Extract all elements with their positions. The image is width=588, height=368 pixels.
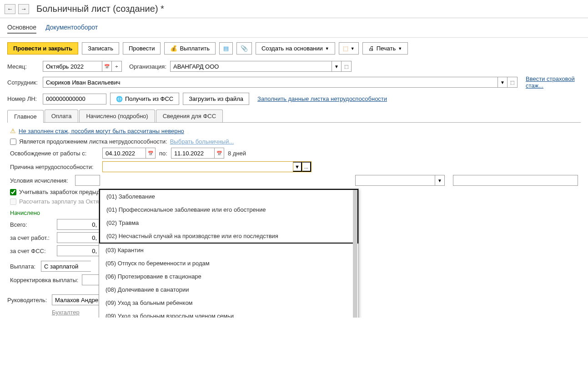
load-file-button[interactable]: Загрузить из файла [183,93,249,105]
date-to-input[interactable] [171,148,214,159]
tab-payment[interactable]: Оплата [45,109,79,122]
get-fss-button[interactable]: 🌐Получить из ФСС [110,93,179,105]
continuation-checkbox[interactable] [10,139,16,145]
date-from-input[interactable] [102,148,146,159]
release-label: Освобождение от работы с: [10,150,99,157]
dropdown-item[interactable]: (02) Несчастный случай на производстве и… [100,229,357,243]
dropdown-scrollbar[interactable] [353,190,357,318]
pay-button[interactable]: 💰Выплатить [164,42,216,55]
print-button[interactable]: 🖨 Печать ▼ [362,42,408,55]
employee-dropdown-button[interactable]: ▼ [498,77,508,88]
dropdown-item[interactable]: (01) Заболевание [100,190,357,203]
payment-label: Выплата: [10,263,37,270]
reason-dropdown-button[interactable]: ▼ [293,162,302,172]
earn-checkbox[interactable] [10,189,16,195]
tab-main[interactable]: Главное [7,110,44,123]
calc-salary-checkbox [10,199,16,205]
employee-input[interactable] [43,77,498,88]
nav-docflow[interactable]: Документооборот [45,22,98,34]
org-label: Организация: [129,63,166,70]
dropdown-item[interactable]: (02) Травма [100,216,357,229]
extra-button[interactable]: ⬚▼ [339,42,359,55]
dropdown-item[interactable]: (01) Профессиональное заболевание или ег… [100,203,357,216]
total-label: Всего: [10,221,53,228]
dropdown-item[interactable]: (03) Карантин [99,244,358,257]
attach-icon-button[interactable]: 📎 [236,42,252,55]
reason-more-button[interactable]: ... [302,162,311,172]
manager-input[interactable] [52,294,102,305]
conditions-extra2-input[interactable] [453,175,578,186]
save-button[interactable]: Записать [82,42,119,55]
month-input[interactable] [43,61,102,72]
date-to-label: по: [159,150,167,157]
fill-link[interactable]: Заполнить данные листка нетрудоспособнос… [257,95,387,102]
create-based-button[interactable]: Создать на основании ▼ [256,42,335,55]
reason-dropdown-panel: (01) Заболевание (01) Профессиональное з… [99,189,359,318]
forward-button[interactable]: → [18,4,29,14]
dropdown-item[interactable]: (05) Отпуск по беременности и родам [99,257,358,270]
reason-input[interactable] [103,162,293,172]
org-input[interactable] [170,61,332,72]
accountant-link[interactable]: Бухгалтер [52,309,80,316]
payment-input[interactable] [41,261,91,272]
dropdown-item[interactable]: (06) Протезирование в стационаре [99,270,358,283]
select-sick-link[interactable]: Выбрать больничный... [170,138,234,145]
date-to-calendar[interactable]: 📅 [214,148,224,159]
manager-label: Руководитель: [7,297,48,303]
employer-label: за счет работ.: [10,234,53,241]
month-calendar-button[interactable]: 📅 [102,61,112,72]
fss-amount-input[interactable] [57,245,100,256]
warning-link[interactable]: Не заполнен стаж, пособия могут быть рас… [19,128,184,134]
org-open-button[interactable]: ⬚ [342,61,352,72]
ln-label: Номер ЛН: [7,95,39,102]
reason-label: Причина нетрудоспособности: [10,164,99,170]
dropdown-item[interactable]: (09) Уход за больным ребенком [99,296,358,309]
post-button[interactable]: Провести [123,42,161,55]
employee-label: Сотрудник: [7,79,39,86]
insurance-link[interactable]: Ввести страховой стаж... [526,75,581,89]
continuation-label: Является продолжением листка нетрудоспос… [19,138,167,145]
employee-open-button[interactable]: ⬚ [508,77,518,88]
dropdown-item[interactable]: (09) Уход за больным взрослым членом сем… [99,309,358,318]
tab-accrued[interactable]: Начислено (подробно) [79,109,155,122]
conditions-extra-input[interactable] [355,175,435,186]
conditions-label: Условия исчисления: [10,177,71,184]
conditions-input[interactable] [75,175,100,186]
nav-main[interactable]: Основное [7,22,36,34]
total-input[interactable] [57,219,100,230]
days-label: 8 дней [228,150,246,157]
tab-fss[interactable]: Сведения для ФСС [156,109,223,122]
post-close-button[interactable]: Провести и закрыть [7,42,78,55]
ln-input[interactable] [43,94,106,104]
warning-icon: ⚠ [10,127,16,134]
page-title: Больничный лист (создание) * [36,4,164,14]
dropdown-item[interactable]: (08) Долечивание в санатории [99,283,358,296]
month-label: Месяц: [7,63,39,70]
fss-amount-label: за счет ФСС: [10,248,53,254]
conditions-dropdown[interactable]: ▼ [435,175,445,186]
org-dropdown-button[interactable]: ▼ [332,61,342,72]
employer-input[interactable] [57,232,100,243]
doc-icon-button[interactable]: ▤ [219,42,233,55]
date-from-calendar[interactable]: 📅 [146,148,156,159]
back-button[interactable]: ← [5,4,15,14]
correction-label: Корректировка выплаты: [10,277,78,283]
month-spinner-button[interactable]: ÷ [112,61,122,72]
